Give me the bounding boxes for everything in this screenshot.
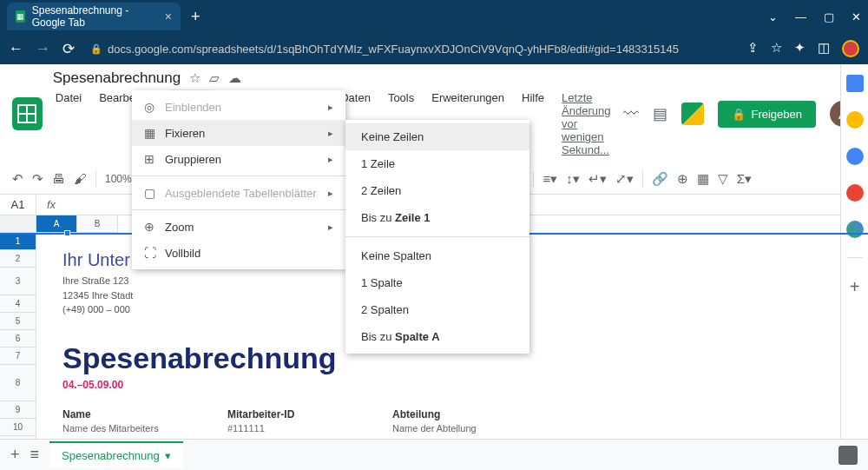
filter-icon[interactable]: ▽ [718, 171, 728, 187]
functions-icon[interactable]: Σ▾ [737, 171, 752, 187]
submenu-no-rows[interactable]: Keine Zeilen [345, 123, 529, 150]
meet-icon[interactable] [681, 103, 704, 125]
menu-fixieren[interactable]: ▦ Fixieren ▸ [132, 120, 345, 146]
submenu-1-row[interactable]: 1 Zeile [345, 150, 529, 177]
close-window-icon[interactable]: ✕ [852, 10, 861, 23]
row-header[interactable]: 7 [0, 348, 36, 365]
submenu-arrow-icon: ▸ [328, 222, 333, 233]
last-edit-link[interactable]: Letzte Änderung vor wenigen Sekund... [559, 89, 613, 158]
share-label: Freigeben [751, 108, 802, 121]
extension-icon[interactable]: ✦ [794, 40, 806, 57]
minimize-icon[interactable]: — [795, 10, 806, 23]
selection-handle[interactable] [64, 230, 70, 236]
undo-icon[interactable]: ↶ [12, 171, 23, 187]
back-icon[interactable]: ← [9, 40, 23, 57]
row-header[interactable]: 1 [0, 233, 36, 250]
contacts-icon[interactable] [846, 184, 864, 202]
fx-icon: fx [36, 198, 66, 211]
chevron-down-icon[interactable]: ⌄ [768, 10, 778, 23]
new-tab-button[interactable]: + [191, 8, 201, 26]
submenu-no-cols[interactable]: Keine Spalten [345, 242, 529, 269]
add-addon-icon[interactable]: + [850, 277, 860, 297]
separator [95, 171, 96, 187]
url-bar[interactable]: 🔒 docs.google.com/spreadsheets/d/1sqBhOh… [87, 43, 735, 56]
forward-icon[interactable]: → [36, 40, 50, 57]
paint-format-icon[interactable]: 🖌 [74, 171, 87, 186]
sheet-tab-menu-icon[interactable]: ▾ [165, 449, 171, 462]
row-header[interactable]: 9 [0, 401, 36, 419]
move-doc-icon[interactable]: ▱ [209, 70, 220, 86]
row-header[interactable]: 2 [0, 250, 36, 268]
submenu-1-col[interactable]: 1 Spalte [345, 269, 529, 296]
submenu-arrow-icon: ▸ [328, 128, 333, 139]
field-value-name: Name des Mitarbeiters [62, 423, 175, 434]
submenu-2-cols[interactable]: 2 Spalten [345, 296, 529, 323]
browser-profile-avatar[interactable] [842, 40, 859, 57]
menu-separator [132, 209, 345, 210]
tasks-icon[interactable] [846, 148, 864, 165]
column-headers: A B [36, 215, 118, 233]
row-header[interactable]: 8 [0, 365, 36, 401]
menu-gruppieren[interactable]: ⊞ Gruppieren ▸ [132, 146, 345, 172]
field-label-name: Name [62, 408, 175, 420]
share-button[interactable]: 🔒 Freigeben [718, 101, 816, 128]
col-header-a[interactable]: A [36, 215, 77, 233]
activity-icon[interactable]: 〰 [623, 105, 639, 123]
row-header[interactable]: 5 [0, 313, 36, 330]
lock-icon: 🔒 [90, 43, 102, 55]
star-doc-icon[interactable]: ☆ [189, 70, 201, 86]
sheet-tab-active[interactable]: Spesenabrechnung ▾ [49, 441, 183, 468]
row-header[interactable]: 4 [0, 295, 36, 313]
browser-tab[interactable]: ▦ Spesenabrechnung - Google Tab × [7, 3, 181, 30]
sheets-logo[interactable] [12, 97, 43, 130]
url-text: docs.google.com/spreadsheets/d/1sqBhOhTd… [108, 43, 679, 56]
menu-hidden-sheets[interactable]: ▢ Ausgeblendete Tabellenblätter ▸ [132, 180, 345, 206]
submenu-2-rows[interactable]: 2 Zeilen [345, 177, 529, 204]
doc-title[interactable]: Spesenabrechnung [53, 70, 181, 87]
link-icon[interactable]: 🔗 [652, 171, 668, 187]
maximize-icon[interactable]: ▢ [824, 10, 834, 23]
menu-vollbild[interactable]: ⛶ Vollbild [132, 240, 345, 266]
explore-button[interactable] [838, 446, 858, 465]
ansicht-dropdown: ◎ Einblenden ▸ ▦ Fixieren ▸ ⊞ Gruppieren… [132, 90, 345, 269]
browser-nav-bar: ← → ⟳ 🔒 docs.google.com/spreadsheets/d/1… [0, 33, 868, 64]
keep-icon[interactable] [846, 111, 864, 129]
date-range: 04.–05.09.00 [62, 379, 842, 391]
group-icon: ⊞ [144, 152, 165, 166]
col-header-b[interactable]: B [77, 215, 118, 233]
chart-icon[interactable]: ▦ [697, 171, 709, 187]
halign-icon[interactable]: ≡▾ [542, 171, 557, 187]
row-header[interactable]: 10 [0, 419, 36, 436]
maps-icon[interactable] [846, 221, 864, 238]
calendar-icon[interactable] [846, 75, 864, 92]
comments-icon[interactable]: ▤ [653, 104, 667, 123]
menu-zoom[interactable]: ⊕ Zoom ▸ [132, 214, 345, 240]
extensions-menu-icon[interactable]: ◫ [818, 40, 830, 57]
rotate-icon[interactable]: ⤢▾ [615, 171, 634, 187]
all-sheets-icon[interactable]: ≡ [30, 446, 40, 464]
zoom-selector[interactable]: 100% [105, 173, 132, 185]
cloud-status-icon[interactable]: ☁ [228, 70, 241, 86]
row-header[interactable]: 3 [0, 268, 36, 295]
reload-icon[interactable]: ⟳ [62, 40, 75, 58]
select-all-corner[interactable] [0, 215, 36, 233]
print-icon[interactable]: 🖶 [52, 171, 65, 186]
submenu-up-to-col[interactable]: Bis zu Spalte A [345, 323, 529, 350]
close-tab-icon[interactable]: × [165, 10, 172, 23]
comment-icon[interactable]: ⊕ [677, 171, 688, 187]
menu-einblenden[interactable]: ◎ Einblenden ▸ [132, 94, 345, 120]
star-icon[interactable]: ☆ [771, 40, 782, 57]
menu-datei[interactable]: Datei [53, 89, 84, 158]
name-box[interactable]: A1 [0, 195, 36, 214]
share-page-icon[interactable]: ⇪ [747, 40, 759, 57]
submenu-arrow-icon: ▸ [328, 154, 333, 165]
separator [533, 171, 534, 187]
redo-icon[interactable]: ↷ [32, 171, 43, 187]
submenu-up-to-row[interactable]: Bis zu Zeile 1 [345, 204, 529, 231]
field-value-id: #111111 [227, 423, 340, 434]
add-sheet-icon[interactable]: + [10, 446, 20, 464]
wrap-icon[interactable]: ↵▾ [589, 171, 607, 187]
valign-icon[interactable]: ↕▾ [566, 171, 580, 187]
row-header[interactable]: 6 [0, 330, 36, 348]
menu-separator [132, 175, 345, 176]
